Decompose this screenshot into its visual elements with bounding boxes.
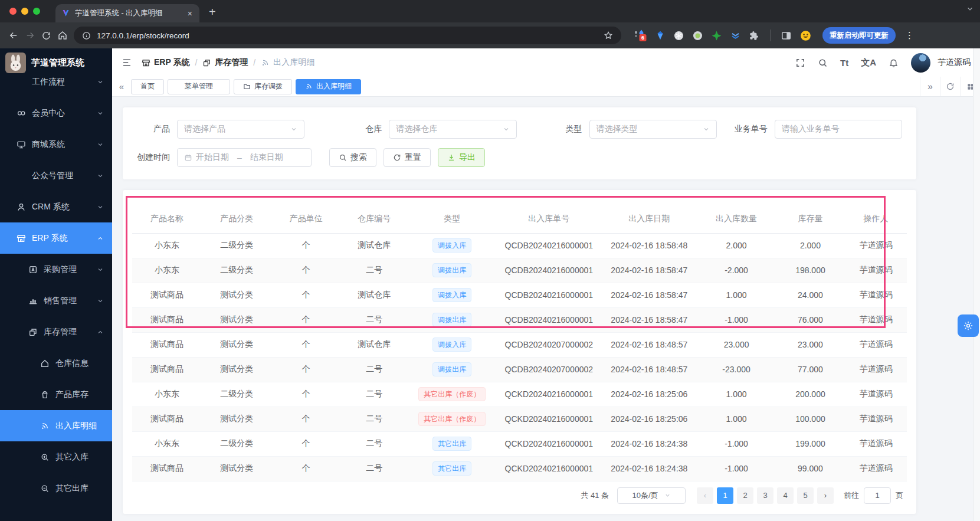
biz-no-input[interactable]: 请输入业务单号 [775, 120, 902, 139]
app-logo-row[interactable]: 芋道管理系统 [0, 48, 112, 77]
extension-green-dot-icon[interactable] [692, 30, 703, 41]
refresh-tab-icon[interactable] [940, 77, 960, 96]
extensions-puzzle-icon[interactable] [749, 30, 760, 41]
extension-badge-icon[interactable]: 6 [634, 29, 647, 42]
sidebar-item-6[interactable]: 采购管理 [0, 254, 112, 285]
sidebar-item-11[interactable]: 出入库明细 [0, 410, 112, 441]
back-icon[interactable] [8, 30, 19, 41]
cell-date: 2024-02-16 18:58:47 [602, 307, 697, 332]
page-size-select[interactable]: 10条/页 [617, 487, 686, 504]
sidebar-item-13[interactable]: 其它出库 [0, 473, 112, 504]
sidebar-item-4[interactable]: CRM 系统 [0, 191, 112, 222]
search-button[interactable]: 搜索 [329, 148, 376, 167]
table-row-2[interactable]: 测试商品测试分类个测试仓库调拨入库QCDB202402160000012024-… [132, 283, 907, 307]
url-bar[interactable]: 127.0.0.1/erp/stock/record [74, 27, 621, 44]
user-avatar[interactable] [911, 53, 930, 73]
sidebar-item-3[interactable]: 公众号管理 [0, 160, 112, 191]
scroll-tabs-left-icon[interactable]: « [112, 81, 131, 91]
table-row-8[interactable]: 小东东二级分类个二号其它出库QCKD202402160000012024-02-… [132, 431, 907, 456]
cell-category: 二级分类 [202, 382, 271, 407]
sidebar-item-5[interactable]: ERP 系统 [0, 222, 112, 254]
forward-icon[interactable] [25, 30, 35, 41]
bookmark-star-icon[interactable] [604, 31, 613, 40]
breadcrumb-item-1[interactable]: 库存管理 [202, 57, 248, 68]
search-icon[interactable] [818, 58, 828, 68]
page-button-1[interactable]: 1 [717, 487, 733, 504]
sidebar-item-1[interactable]: 会员中心 [0, 97, 112, 129]
date-range-input[interactable]: 开始日期 – 结束日期 [177, 148, 312, 167]
side-panel-icon[interactable] [781, 30, 792, 41]
tabs-bar-actions: » [920, 77, 980, 96]
page-tab-3[interactable]: 出入库明细 [296, 79, 361, 94]
tab-close-icon[interactable]: × [186, 9, 194, 18]
table-row-1[interactable]: 小东东二级分类个二号调拨出库QCDB202402160000012024-02-… [132, 258, 907, 283]
reset-button[interactable]: 重置 [384, 148, 431, 167]
window-controls[interactable] [9, 8, 40, 15]
browser-tab[interactable]: 芋道管理系统 - 出入库明细 × [55, 4, 199, 22]
table-row-0[interactable]: 小东东二级分类个测试仓库调拨入库QCDB202402160000012024-0… [132, 233, 907, 258]
extension-chevrons-icon[interactable] [730, 30, 741, 41]
sidebar-item-label: 出入库明细 [55, 421, 97, 431]
close-window-button[interactable] [9, 8, 17, 15]
browser-update-button[interactable]: 重新启动即可更新 [822, 27, 896, 44]
sidebar-item-12[interactable]: 其它入库 [0, 441, 112, 473]
page-button-4[interactable]: 4 [777, 487, 794, 504]
user-name[interactable]: 芋道源码 [938, 57, 971, 68]
fullscreen-icon[interactable] [795, 58, 805, 68]
table-row-6[interactable]: 小东东二级分类个二号其它出库（作废）QCKD202402160000012024… [132, 382, 907, 407]
cell-product: 测试商品 [132, 283, 202, 307]
chevron-down-icon [503, 126, 510, 133]
sidebar-item-2[interactable]: 商城系统 [0, 129, 112, 160]
tab-search-chevron-icon[interactable] [966, 5, 974, 13]
page-button-2[interactable]: 2 [737, 487, 753, 504]
extension-gem-icon[interactable] [655, 30, 666, 41]
product-select[interactable]: 请选择产品 [177, 120, 304, 139]
prev-page-button[interactable]: ‹ [697, 487, 713, 504]
page-tab-2[interactable]: 库存调拨 [234, 79, 292, 94]
font-size-icon[interactable]: Tt [840, 58, 848, 68]
table-row-3[interactable]: 测试商品测试分类个二号调拨出库QCDB202402160000012024-02… [132, 307, 907, 332]
page-tab-1[interactable]: 菜单管理 [168, 79, 230, 94]
emoji-extension-icon[interactable] [799, 30, 812, 42]
sidebar-item-10[interactable]: 产品库存 [0, 379, 112, 410]
translate-icon[interactable]: 文A [861, 57, 876, 68]
page-tab-0[interactable]: 首页 [131, 79, 164, 94]
breadcrumb-item-2[interactable]: 出入库明细 [261, 57, 314, 68]
warehouse-select[interactable]: 请选择仓库 [389, 120, 516, 139]
page-button-3[interactable]: 3 [757, 487, 773, 504]
sidebar-item-8[interactable]: 库存管理 [0, 316, 112, 348]
notification-bell-icon[interactable] [889, 58, 899, 68]
home-icon[interactable] [57, 30, 68, 41]
sidebar-item-9[interactable]: 仓库信息 [0, 348, 112, 379]
table-row-4[interactable]: 测试商品测试分类个测试仓库调拨入库QCDB202402070000022024-… [132, 332, 907, 357]
extension-star-icon[interactable] [711, 30, 722, 41]
export-button[interactable]: 导出 [438, 148, 485, 167]
table-row-9[interactable]: 测试商品测试分类个二号其它出库QCKD202402160000012024-02… [132, 456, 907, 481]
cell-stock: 76.000 [776, 307, 845, 332]
sidebar-item-7[interactable]: 销售管理 [0, 285, 112, 316]
reload-icon[interactable] [41, 31, 51, 41]
table-row-7[interactable]: 测试商品测试分类个二号其它出库（作废）QCKD20240216000001202… [132, 407, 907, 431]
page-button-5[interactable]: 5 [797, 487, 814, 504]
next-page-button[interactable]: › [817, 487, 834, 504]
site-info-icon[interactable] [82, 31, 91, 40]
table-card: 产品名称产品分类产品单位仓库编号类型出入库单号出入库日期出入库数量库存量操作人 … [123, 190, 916, 514]
collapse-sidebar-icon[interactable] [122, 57, 132, 68]
extension-snowflake-icon[interactable] [673, 30, 684, 41]
goto-page-input[interactable]: 1 [864, 487, 891, 504]
settings-fab[interactable] [958, 314, 979, 337]
browser-scrollbar[interactable] [973, 48, 980, 521]
cell-date: 2024-02-16 18:24:38 [602, 456, 697, 481]
cell-date: 2024-02-16 18:58:47 [602, 258, 697, 283]
breadcrumb-item-0[interactable]: ERP 系统 [142, 57, 189, 68]
scroll-tabs-right-icon[interactable]: » [920, 77, 940, 96]
sidebar-item-0[interactable]: 工作流程 [0, 77, 112, 97]
cell-unit: 个 [271, 456, 340, 481]
cell-qty: 23.000 [697, 332, 776, 357]
new-tab-button[interactable]: + [209, 5, 216, 19]
table-row-5[interactable]: 测试商品测试分类个二号调拨出库QCDB202402070000022024-02… [132, 357, 907, 382]
minimize-window-button[interactable] [21, 8, 28, 15]
type-select[interactable]: 请选择类型 [589, 120, 717, 139]
browser-menu-kebab-icon[interactable]: ⋮ [905, 30, 914, 41]
maximize-window-button[interactable] [33, 8, 40, 15]
